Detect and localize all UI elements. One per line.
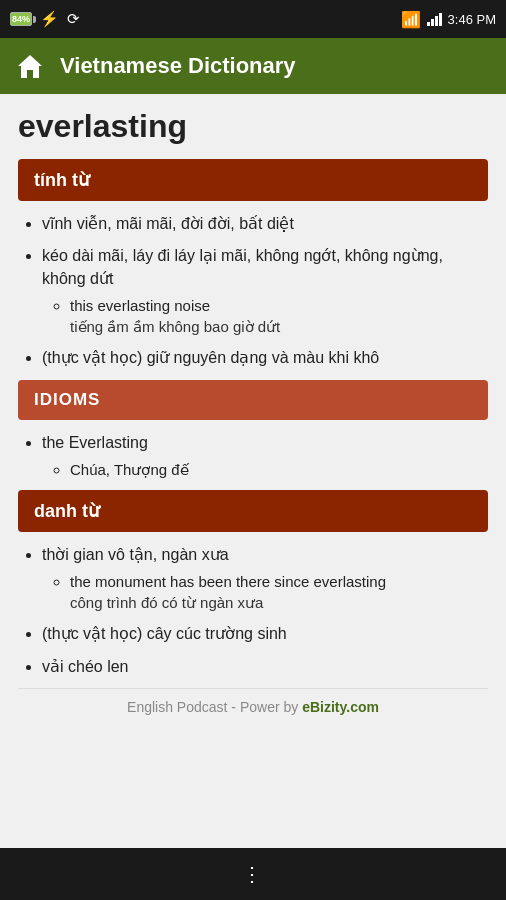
sub-list: Chúa, Thượng đế: [42, 459, 488, 480]
sub-list: this everlasting noise tiếng ầm ầm không…: [42, 295, 488, 337]
content-area: everlasting tính từ vĩnh viễn, mãi mãi, …: [0, 94, 506, 848]
footer: English Podcast - Power by eBizity.com: [18, 688, 488, 725]
signal-bars: [427, 12, 442, 26]
list-item: the Everlasting Chúa, Thượng đế: [42, 432, 488, 480]
usb-icon: ⚡: [40, 10, 59, 28]
list-item: (thực vật học) giữ nguyên dạng và màu kh…: [42, 347, 488, 369]
section-header-idioms: IDIOMS: [18, 380, 488, 420]
signal-bar-4: [439, 13, 442, 26]
battery-percent: 84%: [12, 14, 30, 24]
word-title: everlasting: [18, 108, 488, 145]
list-item: vải chéo len: [42, 656, 488, 678]
status-time: 3:46 PM: [448, 12, 496, 27]
svg-marker-0: [18, 55, 42, 78]
status-right: 📶 3:46 PM: [401, 10, 496, 29]
sub-list-item: the monument has been there since everla…: [70, 571, 488, 613]
nav-title: Vietnamese Dictionary: [60, 53, 296, 79]
signal-bar-1: [427, 22, 430, 26]
definition-list-tinhthu: vĩnh viễn, mãi mãi, đời đời, bất diệt ké…: [18, 213, 488, 370]
signal-bar-3: [435, 16, 438, 26]
bottom-bar: ⋮: [0, 848, 506, 900]
status-left: 84% ⚡ ⟳: [10, 10, 80, 28]
section-header-danhthu: danh từ: [18, 490, 488, 532]
definition-list-idioms: the Everlasting Chúa, Thượng đế: [18, 432, 488, 480]
sub-list-item: this everlasting noise tiếng ầm ầm không…: [70, 295, 488, 337]
signal-bar-2: [431, 19, 434, 26]
wifi-icon: 📶: [401, 10, 421, 29]
bottom-menu-dots[interactable]: ⋮: [242, 862, 265, 886]
nav-bar: Vietnamese Dictionary: [0, 38, 506, 94]
list-item: thời gian vô tận, ngàn xưa the monument …: [42, 544, 488, 613]
list-item: (thực vật học) cây cúc trường sinh: [42, 623, 488, 645]
footer-brand[interactable]: eBizity.com: [302, 699, 379, 715]
section-header-tinhthu: tính từ: [18, 159, 488, 201]
definition-list-danhthu: thời gian vô tận, ngàn xưa the monument …: [18, 544, 488, 678]
sub-list: the monument has been there since everla…: [42, 571, 488, 613]
footer-text: English Podcast - Power by: [127, 699, 302, 715]
list-item: kéo dài mãi, láy đi láy lại mãi, không n…: [42, 245, 488, 337]
list-item: vĩnh viễn, mãi mãi, đời đời, bất diệt: [42, 213, 488, 235]
sub-list-item: Chúa, Thượng đế: [70, 459, 488, 480]
home-icon[interactable]: [14, 50, 46, 82]
sync-icon: ⟳: [67, 10, 80, 28]
status-bar: 84% ⚡ ⟳ 📶 3:46 PM: [0, 0, 506, 38]
battery-icon: 84%: [10, 12, 32, 26]
